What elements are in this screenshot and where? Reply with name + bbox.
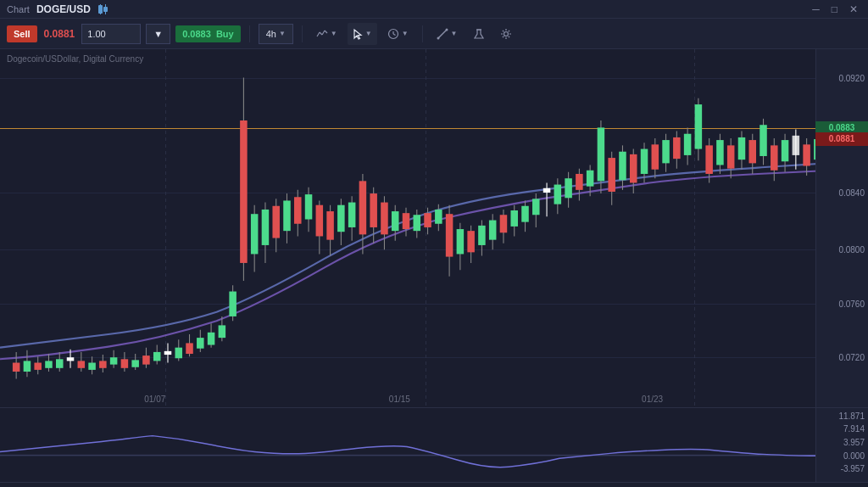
timeframe-selector[interactable]: 4h ▼: [259, 24, 293, 44]
svg-rect-35: [110, 357, 118, 364]
svg-rect-123: [587, 171, 594, 187]
buy-button[interactable]: 0.0883 Buy: [175, 25, 241, 42]
scrollbar-area[interactable]: ◀ ▶: [0, 482, 868, 487]
svg-point-13: [445, 28, 448, 31]
svg-rect-145: [705, 145, 713, 174]
svg-rect-85: [381, 203, 388, 235]
x-label-2: 01/15: [389, 395, 410, 404]
svg-rect-65: [272, 206, 280, 238]
svg-line-7: [325, 31, 327, 33]
separator-1: [249, 25, 250, 42]
svg-rect-51: [197, 338, 204, 349]
draw-chevron: ▼: [451, 30, 458, 37]
settings-button[interactable]: [495, 23, 517, 45]
svg-point-12: [437, 36, 439, 39]
sub-level-3: 3.957: [843, 438, 865, 447]
svg-rect-139: [673, 137, 681, 159]
draw-tool[interactable]: ▼: [431, 23, 463, 45]
svg-rect-101: [467, 231, 475, 252]
svg-rect-163: [803, 144, 810, 165]
svg-rect-111: [521, 206, 529, 222]
buy-label: Buy: [216, 29, 234, 39]
flask-button[interactable]: [468, 23, 490, 45]
sub-level-1: 11.871: [838, 411, 865, 420]
svg-rect-77: [337, 205, 345, 232]
indicators-button[interactable]: ▼: [311, 23, 342, 45]
svg-rect-63: [262, 210, 270, 245]
svg-rect-157: [771, 145, 778, 170]
svg-rect-117: [554, 185, 562, 204]
gear-icon: [500, 28, 512, 40]
price-level-1: 0.0920: [838, 73, 865, 82]
svg-rect-41: [142, 355, 150, 364]
svg-rect-135: [652, 144, 659, 169]
sub-level-5: -3.957: [841, 464, 865, 473]
indicators-chevron: ▼: [331, 30, 337, 37]
svg-rect-55: [219, 325, 226, 338]
sub-level-2: 7.914: [843, 424, 865, 434]
svg-rect-129: [619, 152, 626, 181]
close-button[interactable]: ✕: [846, 2, 861, 17]
x-axis: 01/07 01/15 01/23: [0, 390, 815, 407]
cursor-tool[interactable]: ▼: [348, 23, 377, 45]
price-level-5: 0.0720: [838, 352, 865, 361]
svg-rect-57: [229, 292, 236, 316]
quantity-input[interactable]: [81, 24, 141, 44]
svg-rect-19: [24, 361, 31, 372]
svg-rect-151: [738, 137, 746, 160]
svg-rect-133: [641, 149, 648, 174]
main-chart[interactable]: Dogecoin/USDollar, Digital Currency: [0, 49, 868, 407]
svg-rect-107: [500, 215, 508, 232]
svg-rect-115: [543, 188, 551, 193]
symbol-label: DOGE/USD: [36, 3, 91, 15]
clock-icon: [387, 28, 399, 40]
svg-rect-27: [67, 357, 75, 361]
cursor-icon: [353, 28, 363, 40]
sell-button[interactable]: Sell: [7, 25, 37, 42]
svg-rect-147: [716, 140, 724, 165]
flask-icon: [473, 28, 485, 40]
maximize-button[interactable]: □: [828, 2, 841, 17]
svg-point-15: [504, 31, 508, 36]
oscillator-chart: [0, 408, 815, 482]
svg-rect-25: [56, 359, 64, 367]
buy-price: 0.0883: [182, 29, 211, 39]
svg-rect-131: [630, 154, 637, 183]
quantity-dropdown[interactable]: ▼: [146, 24, 170, 44]
svg-rect-59: [240, 120, 248, 263]
cursor-chevron: ▼: [365, 30, 372, 37]
price-level-3: 0.0800: [838, 245, 865, 255]
indicators-icon: [316, 28, 328, 40]
svg-rect-71: [305, 194, 313, 219]
svg-rect-79: [348, 203, 356, 227]
ask-price-tag: 0.0881: [815, 132, 868, 146]
chart-title: Chart: [7, 4, 30, 14]
svg-line-10: [393, 34, 396, 36]
sub-chart[interactable]: 11.871 7.914 3.957 0.000 -3.957: [0, 407, 868, 482]
price-level-4: 0.0760: [838, 299, 865, 308]
svg-rect-21: [34, 363, 42, 370]
svg-rect-61: [251, 214, 259, 254]
title-bar: Chart DOGE/USD ─ □ ✕: [0, 0, 868, 19]
svg-rect-119: [565, 178, 572, 198]
svg-rect-121: [576, 174, 583, 190]
svg-rect-75: [326, 211, 334, 240]
sub-level-4: 0.000: [843, 451, 865, 460]
time-tool[interactable]: ▼: [382, 23, 414, 45]
minimize-button[interactable]: ─: [809, 2, 823, 17]
quantity-dropdown-chevron: ▼: [153, 29, 163, 39]
svg-rect-143: [695, 104, 703, 148]
svg-rect-99: [457, 229, 465, 254]
symbol-icon: [97, 3, 111, 15]
toolbar: Sell 0.0881 ▼ 0.0883 Buy 4h ▼ ▼ ▼ ▼: [0, 19, 868, 49]
svg-line-6: [322, 31, 325, 35]
separator-3: [422, 25, 423, 42]
svg-rect-45: [164, 351, 172, 355]
svg-rect-113: [532, 199, 540, 215]
svg-rect-29: [78, 361, 86, 367]
svg-rect-73: [316, 205, 324, 237]
time-chevron: ▼: [402, 30, 409, 37]
price-level-2: 0.0840: [838, 188, 865, 197]
svg-rect-93: [424, 213, 431, 227]
svg-rect-39: [131, 360, 139, 367]
